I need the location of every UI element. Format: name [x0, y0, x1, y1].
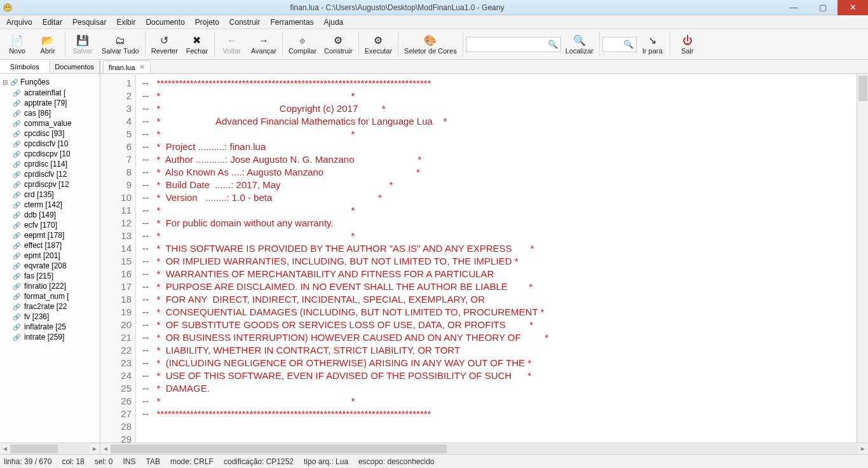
tree-item[interactable]: 🔗ecfv [170]: [13, 220, 98, 230]
sidebar-tabs: Símbolos Documentos: [0, 60, 100, 74]
link-icon: 🔗: [13, 324, 20, 331]
menu-projeto[interactable]: Projeto: [191, 17, 223, 28]
tree-item[interactable]: 🔗cpcdisc [93]: [13, 128, 98, 139]
tree-item[interactable]: 🔗format_num [: [13, 291, 98, 301]
scroll-left-icon[interactable]: ◄: [100, 445, 111, 452]
color-icon: 🎨: [424, 34, 437, 47]
scroll-left-icon[interactable]: ◄: [0, 445, 10, 452]
link-icon: 🔗: [13, 191, 20, 198]
tree-item[interactable]: 🔗ddb [149]: [13, 210, 98, 220]
scroll-right-icon[interactable]: ►: [858, 445, 868, 452]
editor-tabs: finan.lua ✕: [100, 60, 868, 74]
tab-close-icon[interactable]: ✕: [139, 63, 145, 71]
menu-ferramentas[interactable]: Ferramentas: [267, 17, 318, 28]
forward-icon: →: [259, 34, 269, 47]
reverter-button[interactable]: ↺Reverter: [148, 31, 181, 59]
novo-button[interactable]: 📄Novo: [3, 31, 32, 59]
tree-item[interactable]: 🔗intrate [259]: [13, 332, 98, 342]
menu-arquivo[interactable]: Arquivo: [3, 17, 36, 28]
menu-documento[interactable]: Documento: [142, 17, 188, 28]
window-controls: — ▢ ✕: [779, 0, 868, 15]
tree-item[interactable]: 🔗cpcdiscpv [10: [13, 149, 98, 159]
revert-icon: ↺: [160, 34, 168, 47]
irpara-button[interactable]: ↘Ir para: [638, 31, 667, 59]
vscroll-thumb[interactable]: [858, 76, 867, 101]
tree-item[interactable]: 🔗inflatrate [25: [13, 322, 98, 332]
avancar-button[interactable]: →Avançar: [248, 31, 280, 59]
menu-construir[interactable]: Construir: [226, 17, 264, 28]
tree-item[interactable]: 🔗cas [86]: [13, 108, 98, 118]
tab-documentos[interactable]: Documentos: [50, 60, 100, 73]
tree-item[interactable]: 🔗acrateinflat [: [13, 88, 98, 98]
symbol-tree[interactable]: ⊟ 🔗 Funções 🔗acrateinflat [🔗apptrate [79…: [0, 74, 100, 443]
tree-item[interactable]: 🔗finratio [222]: [13, 281, 98, 291]
menu-exibir[interactable]: Exibir: [112, 17, 139, 28]
link-icon: 🔗: [13, 151, 20, 158]
executar-button[interactable]: ⚙︎Executar: [362, 31, 395, 59]
save-icon: 💾: [76, 34, 89, 47]
editor-vscroll[interactable]: [857, 74, 868, 443]
code-area[interactable]: -- *************************************…: [136, 74, 857, 443]
link-icon: 🔗: [13, 242, 20, 249]
close-button[interactable]: ✕: [837, 0, 868, 15]
tree-item[interactable]: 🔗eepmt [178]: [13, 230, 98, 240]
fechar-button[interactable]: ✖Fechar: [182, 31, 212, 59]
tree-item[interactable]: 🔗epmt [201]: [13, 251, 98, 261]
hscroll-thumb[interactable]: [111, 444, 447, 453]
abrir-button[interactable]: 📂Abrir: [33, 31, 62, 59]
tree-item[interactable]: 🔗cprdiscpv [12: [13, 179, 98, 189]
link-icon: 🔗: [13, 222, 20, 229]
tree-root-funcoes[interactable]: ⊟ 🔗 Funções: [1, 76, 98, 88]
tree-item[interactable]: 🔗crd [135]: [13, 189, 98, 200]
editor-tab-finan[interactable]: finan.lua ✕: [103, 60, 151, 73]
construir-button[interactable]: ⚙Construir: [321, 31, 356, 59]
maximize-button[interactable]: ▢: [808, 0, 837, 15]
tree-item[interactable]: 🔗apptrate [79]: [13, 98, 98, 108]
tree-item[interactable]: 🔗effect [187]: [13, 240, 98, 251]
tree-item[interactable]: 🔗comma_value: [13, 118, 98, 128]
scroll-track[interactable]: [10, 444, 90, 453]
editor-hscroll[interactable]: ◄ ►: [100, 443, 868, 454]
search-input[interactable]: 🔍: [466, 37, 561, 52]
voltar-button[interactable]: ←Voltar: [217, 31, 247, 59]
sair-button[interactable]: ⏻Sair: [673, 31, 702, 59]
tree-item[interactable]: 🔗eqvrate [208: [13, 261, 98, 271]
menu-pesquisar[interactable]: Pesquisar: [69, 17, 110, 28]
scroll-right-icon[interactable]: ►: [90, 445, 100, 452]
tree-item[interactable]: 🔗fv [236]: [13, 312, 98, 322]
link-icon: 🔗: [13, 212, 20, 219]
menu-ajuda[interactable]: Ajuda: [320, 17, 348, 28]
tree-item[interactable]: 🔗frac2rate [22: [13, 301, 98, 312]
tree-item[interactable]: 🔗cprdisc [114]: [13, 159, 98, 169]
separator: [599, 32, 600, 57]
status-mode: mode: CRLF: [170, 457, 214, 466]
tree-item[interactable]: 🔗fas [215]: [13, 271, 98, 281]
compile-icon: ⟐: [299, 34, 306, 47]
scroll-thumb[interactable]: [10, 444, 58, 453]
tree-item[interactable]: 🔗cprdiscfv [12: [13, 169, 98, 179]
status-ins: INS: [123, 457, 135, 466]
tab-simbolos[interactable]: Símbolos: [0, 60, 50, 73]
link-icon: 🔗: [13, 90, 20, 97]
compilar-button[interactable]: ⟐Compilar: [285, 31, 320, 59]
toolbar: 📄Novo 📂Abrir 💾Salvar 🗂Salvar Tudo ↺Rever…: [0, 29, 868, 60]
tree-item[interactable]: 🔗cpcdiscfv [10: [13, 139, 98, 149]
salvar-button[interactable]: 💾Salvar: [68, 31, 97, 59]
app-icon: [3, 3, 13, 13]
menu-editar[interactable]: Editar: [39, 17, 66, 28]
status-escopo: escopo: desconhecido: [358, 457, 434, 466]
sidebar-hscroll[interactable]: ◄ ►: [0, 443, 100, 454]
goto-input[interactable]: 🔍: [602, 37, 637, 52]
expander-icon[interactable]: ⊟: [3, 79, 8, 86]
link-icon: 🔗: [13, 120, 20, 127]
localizar-button[interactable]: 🔍Localizar: [562, 31, 597, 59]
link-icon: 🔗: [13, 232, 20, 239]
salvartudo-button[interactable]: 🗂Salvar Tudo: [98, 31, 142, 59]
separator: [145, 32, 146, 57]
tree-item[interactable]: 🔗cterm [142]: [13, 200, 98, 210]
seletor-button[interactable]: 🎨Seletor de Cores: [401, 31, 460, 59]
separator: [214, 32, 215, 57]
link-icon: 🔗: [13, 100, 20, 107]
scroll-track[interactable]: [111, 444, 858, 453]
minimize-button[interactable]: —: [779, 0, 808, 15]
